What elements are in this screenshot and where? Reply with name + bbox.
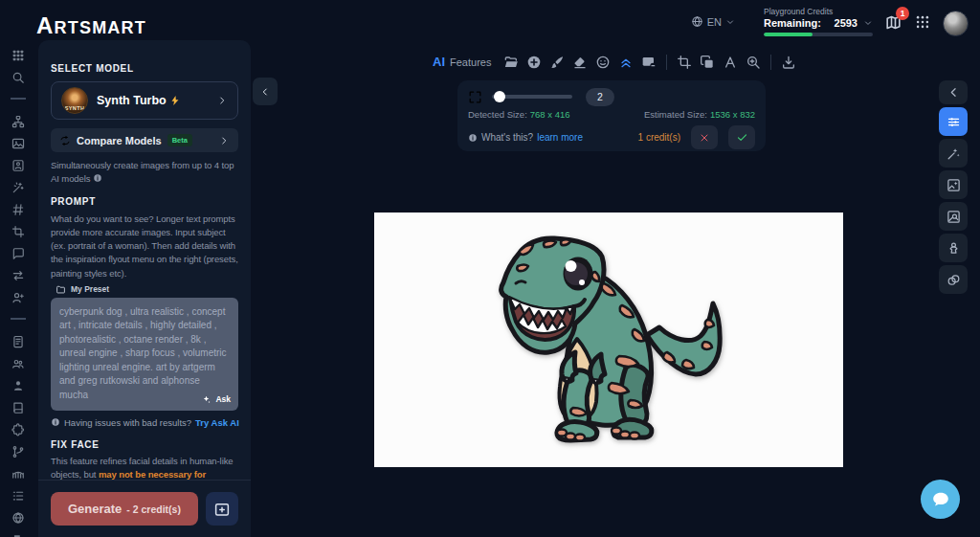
generate-area: Generate - 2 credit(s) [38,480,251,537]
fix-face-hint: This feature refines facial details in h… [51,455,238,482]
chat-bubble-icon [930,489,951,510]
rail-divider [11,318,26,320]
rail-search-icon[interactable] [11,66,25,88]
notifications-button[interactable]: 1 [884,13,902,35]
ask-button[interactable]: Ask [201,393,231,405]
chevron-right-icon [218,135,230,146]
toolbar-chevrons-up-button[interactable] [618,55,634,70]
toolbar-zoom-in-button[interactable] [746,55,761,70]
ask-label: Ask [215,393,231,405]
rail-book-icon[interactable] [11,396,25,418]
right-rail-magic-edit-button[interactable] [939,139,968,168]
chevron-left-icon [259,86,271,98]
credits-progress [764,33,873,36]
rail-bridge-icon[interactable] [11,462,25,484]
toolbar-separator [770,55,771,70]
ai-label: AI [433,55,445,69]
rail-tree-icon[interactable] [11,110,25,132]
toolbar-folder-open-button[interactable] [503,55,519,70]
preset-tab[interactable]: My Preset [51,284,238,295]
model-name: Synth Turbo [97,94,167,107]
try-ask-ai-link[interactable]: Try Ask AI [195,417,239,428]
toolbar-plus-circle-button[interactable] [526,55,542,70]
features-label: Features [450,56,491,68]
chat-button[interactable] [921,480,960,519]
rail-doc-icon[interactable] [11,330,25,352]
credits-remaining-label: Remaining: [764,17,821,29]
rail-hash-icon[interactable] [11,198,25,220]
rail-swap-icon[interactable] [11,264,25,286]
credits-value: 2593 [835,17,858,29]
generate-button[interactable]: Generate - 2 credit(s) [51,492,198,526]
right-rail-image-search-button[interactable] [939,202,968,231]
prompt-text: cyberpunk dog , ultra realistic , concep… [59,306,227,400]
learn-more-link[interactable]: learn more [537,132,583,143]
prompt-hint: What do you want to see? Longer text pro… [51,213,238,280]
detected-size-label: Detected Size: [468,109,527,120]
slider-knob[interactable] [494,91,505,102]
compare-models-button[interactable]: Compare Models Beta [51,128,238,152]
cancel-upscale-button[interactable] [691,125,718,149]
toolbar-separator [666,55,667,70]
preset-label: My Preset [71,284,109,294]
rail-grid9-icon[interactable] [11,44,25,66]
whats-this-label: What's this? [481,132,533,143]
toolbar-copy-button[interactable] [700,55,715,70]
rail-users-icon[interactable] [11,352,25,374]
estimated-size-value: 1536 x 832 [710,109,755,120]
app-logo: ARTSMART [36,12,146,39]
collapse-sidebar-button[interactable] [253,78,278,105]
right-rail-image-enhance-button[interactable] [939,170,968,199]
credits-widget[interactable]: Playground Credits Remaining: 2593 [764,7,873,36]
rail-chat-icon[interactable] [11,242,25,264]
sidebar: SELECT MODEL SYNTH Synth Turbo Compare M… [38,40,251,537]
rail-croprotate-icon[interactable] [11,220,25,242]
model-select-card[interactable]: SYNTH Synth Turbo [51,81,238,120]
chevron-down-icon [725,17,735,27]
estimated-size-label: Estimated Size: [644,109,707,120]
rail-list-icon[interactable] [11,484,25,506]
right-rail-collapse-right-panel-button[interactable] [939,80,968,104]
model-logo: SYNTH [61,87,88,114]
apps-grid-button[interactable] [914,13,931,34]
toolbar-eraser-button[interactable] [572,55,588,70]
rail-idcard-icon[interactable] [11,154,25,176]
rail-wand-icon[interactable] [11,176,25,198]
rail-globe-icon[interactable] [11,506,25,528]
rail-puzzle-icon[interactable] [11,418,25,440]
upscale-slider[interactable] [492,95,572,99]
rail-divider [11,98,26,100]
confirm-upscale-button[interactable] [728,125,755,149]
topbar-right: EN Playground Credits Remaining: 2593 1 [691,7,969,36]
fix-face-label: FIX FACE [51,439,238,450]
globe-icon [691,15,703,28]
rail-person-icon[interactable] [11,374,25,396]
right-rail-character-button[interactable] [939,234,968,262]
prompt-input[interactable]: cyberpunk dog , ultra realistic , concep… [51,298,238,411]
toolbar-brush-button[interactable] [549,55,565,70]
language-selector[interactable]: EN [691,15,735,28]
rail-chats-icon[interactable] [11,528,25,537]
toolbar-download-button[interactable] [781,55,796,70]
info-icon [468,133,478,143]
toolbar: AI Features [433,50,796,74]
rail-person-plus-icon[interactable] [11,286,25,308]
image-to-image-button[interactable] [206,492,238,526]
toolbar-crop-button[interactable] [677,55,692,70]
toolbar-image-minus-button[interactable] [641,55,657,70]
beta-badge: Beta [167,134,192,146]
avatar[interactable] [943,11,969,36]
language-label: EN [707,16,722,28]
canvas[interactable] [374,213,843,467]
compare-hint: Simultaneously create images from up to … [51,159,238,187]
right-rail-attachments-button[interactable] [939,265,968,294]
generated-image-trex [374,213,843,467]
select-model-label: SELECT MODEL [51,63,238,74]
toolbar-smiley-button[interactable] [595,55,611,70]
detected-size-value: 768 x 416 [530,109,570,120]
rail-branch-icon[interactable] [11,440,25,462]
left-rail [0,44,36,537]
toolbar-text-button[interactable] [723,55,738,70]
rail-image-icon[interactable] [11,132,25,154]
right-rail-settings-button[interactable] [939,107,968,136]
